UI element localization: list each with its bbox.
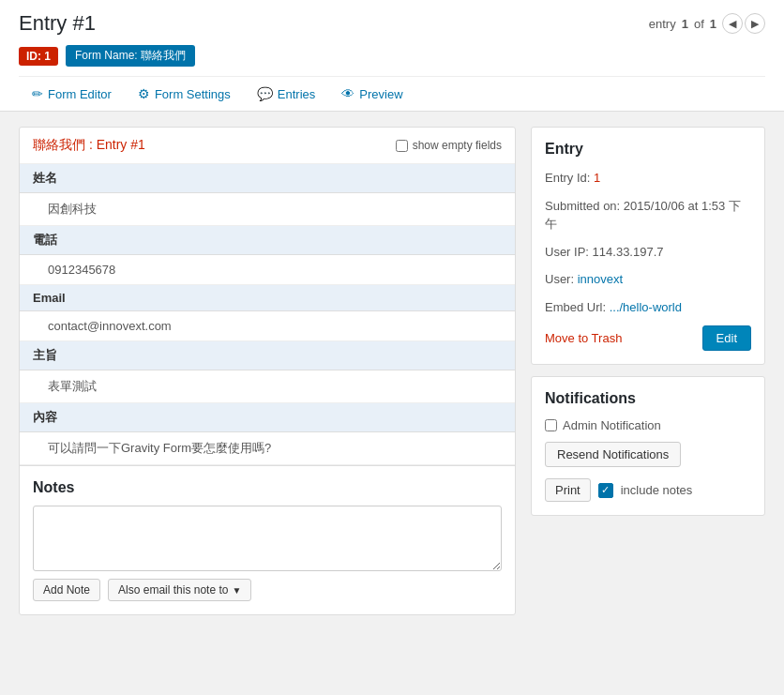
next-entry-button[interactable]: ▶: [745, 13, 765, 34]
submitted-row: Submitted on: 2015/10/06 at 1:53 下午: [545, 197, 751, 234]
prev-entry-button[interactable]: ◀: [722, 13, 743, 34]
embed-url-row: Embed Url: .../hello-world: [545, 298, 751, 317]
notes-title: Notes: [33, 479, 502, 496]
notes-textarea[interactable]: [33, 506, 502, 571]
entry-id-label: Entry Id:: [545, 171, 590, 185]
entry-heading-text: 聯絡我們 : Entry #: [33, 137, 138, 152]
notifications-title: Notifications: [545, 390, 751, 407]
user-label: User:: [545, 272, 574, 286]
entry-actions: Move to Trash Edit: [545, 325, 751, 351]
move-to-trash-button[interactable]: Move to Trash: [545, 331, 622, 345]
embed-label: Embed Url:: [545, 300, 606, 314]
entry-arrows: ◀ ▶: [722, 13, 765, 34]
left-panel: 聯絡我們 : Entry #1 show empty fields 姓名 因創科…: [19, 127, 516, 615]
admin-notification-checkbox[interactable]: [545, 419, 557, 431]
email-note-label: Also email this note to: [118, 583, 228, 597]
badges-row: ID: 1 Form Name: 聯絡我們: [19, 45, 765, 67]
print-row: Print ✓ include notes: [545, 478, 751, 502]
entry-id-value: 1: [594, 171, 600, 185]
field-label-content: 內容: [20, 403, 515, 432]
user-row: User: innovext: [545, 270, 751, 289]
right-panel: Entry Entry Id: 1 Submitted on: 2015/10/…: [531, 127, 765, 615]
field-label-subject: 主旨: [20, 341, 515, 370]
user-ip-label: User IP:: [545, 245, 589, 259]
field-value-subject: 表單測試: [20, 370, 515, 403]
entries-icon: 💬: [257, 86, 273, 101]
nav-preview[interactable]: 👁 Preview: [328, 77, 415, 111]
field-value-name: 因創科技: [20, 193, 515, 226]
include-notes-label: include notes: [621, 483, 693, 497]
badge-id: ID: 1: [19, 47, 58, 66]
nav-form-editor-label: Form Editor: [48, 87, 112, 101]
field-value-content: 可以請問一下Gravity Form要怎麼使用嗎?: [20, 432, 515, 465]
nav-entries-label: Entries: [278, 87, 315, 101]
admin-notification-text: Admin Notification: [563, 418, 661, 432]
top-nav: ✏ Form Editor ⚙ Form Settings 💬 Entries …: [19, 76, 765, 111]
user-link[interactable]: innovext: [578, 272, 623, 286]
include-notes-checkbox[interactable]: ✓: [598, 483, 613, 498]
entry-nav: entry 1 of 1 ◀ ▶: [649, 13, 765, 34]
show-empty-fields-label[interactable]: show empty fields: [396, 139, 502, 152]
notes-section: Notes Add Note Also email this note to ▼: [20, 465, 515, 614]
edit-button[interactable]: Edit: [702, 325, 751, 351]
entry-detail-title: 聯絡我們 : Entry #1: [33, 137, 145, 154]
form-settings-icon: ⚙: [138, 86, 150, 101]
entry-info-box: Entry Entry Id: 1 Submitted on: 2015/10/…: [531, 127, 765, 365]
preview-icon: 👁: [341, 86, 354, 101]
resend-notifications-button[interactable]: Resend Notifications: [545, 442, 681, 467]
entry-detail-header: 聯絡我們 : Entry #1 show empty fields: [20, 128, 515, 164]
entry-counter-text: entry: [649, 17, 676, 31]
submitted-label: Submitted on:: [545, 199, 620, 213]
field-value-email: contact@innovext.com: [20, 311, 515, 341]
field-label-name: 姓名: [20, 164, 515, 193]
main-content: 聯絡我們 : Entry #1 show empty fields 姓名 因創科…: [0, 112, 784, 630]
entry-heading-num: 1: [138, 137, 145, 152]
entry-id-row: Entry Id: 1: [545, 169, 751, 188]
entry-total: 1: [710, 17, 716, 31]
nav-form-settings-label: Form Settings: [155, 87, 231, 101]
add-note-button[interactable]: Add Note: [33, 579, 100, 601]
show-empty-fields-text: show empty fields: [413, 139, 502, 152]
nav-preview-label: Preview: [359, 87, 402, 101]
embed-url-link[interactable]: .../hello-world: [610, 300, 682, 314]
admin-notification-label[interactable]: Admin Notification: [545, 418, 751, 432]
page-title: Entry #1: [19, 11, 96, 36]
badge-form-name: Form Name: 聯絡我們: [66, 45, 195, 67]
form-editor-icon: ✏: [32, 86, 43, 101]
dropdown-arrow-icon: ▼: [232, 585, 241, 596]
nav-entries[interactable]: 💬 Entries: [244, 77, 328, 111]
user-ip-row: User IP: 114.33.197.7: [545, 243, 751, 262]
entry-info-title: Entry: [545, 141, 751, 158]
notes-actions: Add Note Also email this note to ▼: [33, 579, 502, 601]
show-empty-fields-checkbox[interactable]: [396, 140, 408, 152]
email-note-button[interactable]: Also email this note to ▼: [108, 579, 251, 601]
entry-of-text: of: [694, 17, 704, 31]
page-header: Entry #1 entry 1 of 1 ◀ ▶ ID: 1 Form Nam…: [0, 0, 784, 112]
nav-form-editor[interactable]: ✏ Form Editor: [19, 77, 125, 111]
entry-num: 1: [682, 17, 688, 31]
nav-form-settings[interactable]: ⚙ Form Settings: [125, 77, 244, 111]
user-ip-value: 114.33.197.7: [593, 245, 664, 259]
notifications-box: Notifications Admin Notification Resend …: [531, 376, 765, 516]
print-button[interactable]: Print: [545, 478, 591, 502]
field-value-phone: 0912345678: [20, 255, 515, 285]
field-label-phone: 電話: [20, 226, 515, 255]
title-row: Entry #1 entry 1 of 1 ◀ ▶: [19, 11, 765, 36]
field-label-email: Email: [20, 285, 515, 311]
